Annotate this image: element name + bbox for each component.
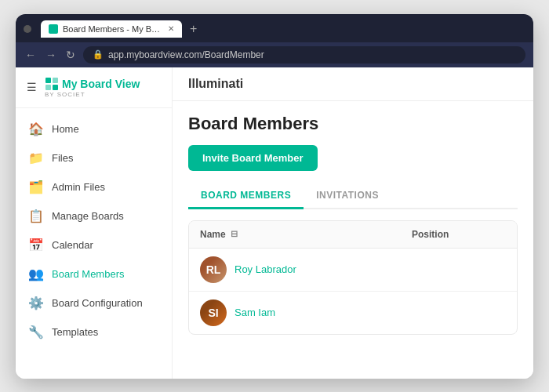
board-members-icon: 👥 <box>28 267 44 281</box>
filter-icon[interactable]: ⊟ <box>231 229 238 239</box>
members-table: Name ⊟ Position RL Roy Labrador <box>188 220 518 335</box>
logo-top: My Board View <box>45 77 140 91</box>
board-configuration-icon: ⚙️ <box>28 296 44 310</box>
reload-button[interactable]: ↻ <box>64 49 77 61</box>
tabs-row: BOARD MEMBERS INVITATIONS <box>188 183 518 209</box>
table-row: RL Roy Labrador <box>189 249 517 292</box>
back-button[interactable]: ← <box>24 49 38 61</box>
tab-title: Board Members - My Board Vie... <box>63 24 162 34</box>
member-info-2: SI Sam Iam <box>200 299 412 326</box>
browser-window: Board Members - My Board Vie... ✕ + ← → … <box>16 14 533 379</box>
svg-rect-2 <box>45 85 51 90</box>
files-icon: 📁 <box>28 151 44 165</box>
svg-rect-1 <box>53 78 58 83</box>
calendar-icon: 📅 <box>28 238 44 252</box>
tab-favicon <box>49 24 58 34</box>
app-content: ☰ My Board View BY SOCIET <box>16 67 533 379</box>
url-text: app.myboardview.com/BoardMember <box>108 49 264 60</box>
home-icon: 🏠 <box>28 122 44 136</box>
svg-rect-0 <box>45 78 51 83</box>
sidebar-item-calendar-label: Calendar <box>52 239 93 251</box>
sidebar-item-board-members[interactable]: 👥 Board Members <box>16 260 172 289</box>
sidebar-item-admin-files[interactable]: 🗂️ Admin Files <box>16 172 172 201</box>
workspace-name: Illuminati <box>173 67 533 101</box>
sidebar-item-templates[interactable]: 🔧 Templates <box>16 318 172 347</box>
sidebar-item-manage-boards-label: Manage Boards <box>52 210 124 222</box>
browser-chrome: Board Members - My Board Vie... ✕ + ← → … <box>16 14 533 67</box>
sidebar-item-manage-boards[interactable]: 📋 Manage Boards <box>16 201 172 230</box>
logo-text: My Board View <box>62 78 140 89</box>
col-position-header: Position <box>412 229 506 240</box>
sidebar-item-board-configuration[interactable]: ⚙️ Board Configuration <box>16 289 172 318</box>
nav-items: 🏠 Home 📁 Files 🗂️ Admin Files 📋 Manage B… <box>16 108 172 379</box>
sidebar-item-templates-label: Templates <box>52 326 98 338</box>
sidebar-item-home[interactable]: 🏠 Home <box>16 114 172 143</box>
sidebar-item-board-configuration-label: Board Configuration <box>52 297 143 309</box>
hamburger-icon[interactable]: ☰ <box>27 81 37 93</box>
dot-1 <box>24 25 31 33</box>
lock-icon: 🔒 <box>93 49 104 60</box>
sidebar: ☰ My Board View BY SOCIET <box>16 67 173 379</box>
browser-dots <box>24 25 31 33</box>
address-bar[interactable]: 🔒 app.myboardview.com/BoardMember <box>83 46 525 64</box>
member-name-2[interactable]: Sam Iam <box>235 307 275 318</box>
sidebar-item-calendar[interactable]: 📅 Calendar <box>16 230 172 260</box>
tab-close-button[interactable]: ✕ <box>168 24 174 33</box>
invite-board-member-button[interactable]: Invite Board Member <box>188 145 318 171</box>
manage-boards-icon: 📋 <box>28 209 44 223</box>
col-name-label: Name <box>200 229 226 240</box>
admin-files-icon: 🗂️ <box>28 180 44 194</box>
svg-rect-3 <box>53 85 58 90</box>
logo-icon <box>45 77 59 91</box>
main-content: Illuminati Board Members Invite Board Me… <box>173 67 533 379</box>
sidebar-item-board-members-label: Board Members <box>52 268 124 280</box>
sidebar-header: ☰ My Board View BY SOCIET <box>16 67 172 108</box>
tab-board-members[interactable]: BOARD MEMBERS <box>188 183 304 209</box>
logo-sub: BY SOCIET <box>45 91 140 98</box>
table-header: Name ⊟ Position <box>189 221 517 249</box>
avatar-2: SI <box>200 299 227 326</box>
tab-invitations[interactable]: INVITATIONS <box>304 183 391 209</box>
sidebar-item-files[interactable]: 📁 Files <box>16 143 172 172</box>
col-name-header: Name ⊟ <box>200 229 412 240</box>
page-title: Board Members <box>188 114 518 134</box>
sidebar-item-files-label: Files <box>52 152 73 164</box>
sidebar-item-home-label: Home <box>52 123 79 135</box>
logo-area: My Board View BY SOCIET <box>45 77 140 98</box>
member-name-1[interactable]: Roy Labrador <box>235 263 296 275</box>
sidebar-item-admin-files-label: Admin Files <box>52 181 105 193</box>
templates-icon: 🔧 <box>28 325 44 339</box>
browser-tab[interactable]: Board Members - My Board Vie... ✕ <box>41 20 182 38</box>
tab-bar: Board Members - My Board Vie... ✕ + <box>24 20 525 38</box>
new-tab-button[interactable]: + <box>187 22 200 36</box>
address-bar-row: ← → ↻ 🔒 app.myboardview.com/BoardMember <box>16 42 533 67</box>
member-info-1: RL Roy Labrador <box>200 256 412 283</box>
main-body: Board Members Invite Board Member BOARD … <box>173 101 533 379</box>
avatar-1: RL <box>200 256 227 283</box>
forward-button[interactable]: → <box>44 49 58 61</box>
table-row: SI Sam Iam <box>189 292 517 334</box>
